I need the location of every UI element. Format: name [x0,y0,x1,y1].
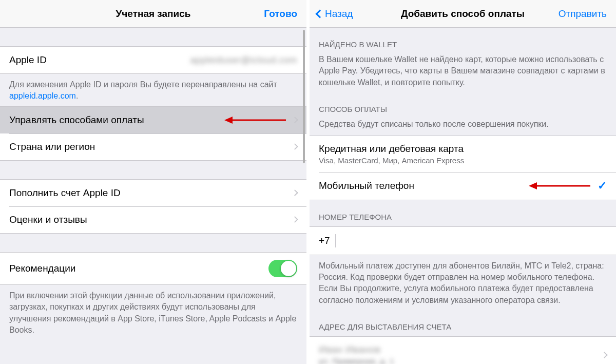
phone-note: Мобильный платеж доступен для абонентов … [310,255,616,311]
card-option-row[interactable]: Кредитная или дебетовая карта Visa, Mast… [310,136,616,172]
appleid-link[interactable]: appleid.apple.com [9,91,76,100]
apple-id-label: Apple ID [9,54,47,66]
checkmark-icon: ✓ [598,179,607,193]
recs-note: При включении этой функции данные об исп… [0,285,306,340]
apple-id-row[interactable]: Apple ID appleiduser@icloud.com [0,47,306,73]
navbar-left: Учетная запись Готово [0,0,306,28]
svg-marker-1 [224,117,233,124]
payment-method-group: Кредитная или дебетовая карта Visa, Mast… [310,136,616,200]
add-payment-pane: Назад Добавить способ оплаты Отправить Н… [308,0,616,364]
actions-group: Пополнить счет Apple ID Оценки и отзывы [0,179,306,234]
reviews-label: Оценки и отзывы [9,214,87,225]
recommendations-row: Рекомендации [0,253,306,284]
billing-name: Иван Иванов [319,344,381,355]
apple-id-note: Для изменения Apple ID и пароля Вы будет… [0,74,306,106]
wallet-header: НАЙДЕНО В WALLET [310,28,616,54]
apple-id-value: appleiduser@icloud.com [190,55,297,66]
country-label: Страна или регион [9,141,95,152]
manage-payments-label: Управлять способами оплаты [9,114,144,126]
billing-address-row[interactable]: Иван Иванов ул. Примерная, д. 1 [310,337,616,364]
left-content: Apple ID appleiduser@icloud.com Для изме… [0,28,306,364]
navbar-right: Назад Добавить способ оплаты Отправить [310,0,616,28]
phone-input-row[interactable]: +7 [310,226,616,255]
chevron-right-icon [601,352,608,358]
phone-prefix: +7 [319,235,330,246]
billing-header: АДРЕС ДЛЯ ВЫСТАВЛЕНИЯ СЧЕТА [310,310,616,336]
back-button[interactable]: Назад [317,0,353,28]
billing-group: Иван Иванов ул. Примерная, д. 1 [310,336,616,364]
mobile-title: Мобильный телефон [319,180,414,191]
divider [335,234,336,247]
mobile-option-row[interactable]: Мобильный телефон ✓ [310,172,616,200]
payment-group: Управлять способами оплаты Страна или ре… [0,106,306,161]
chevron-right-icon [292,189,298,196]
country-row[interactable]: Страна или регион [0,133,306,160]
scrollbar[interactable] [303,30,305,163]
phone-header: НОМЕР ТЕЛЕФОНА [310,200,616,226]
topup-label: Пополнить счет Apple ID [9,187,121,199]
billing-address: ул. Примерная, д. 1 [319,357,394,364]
chevron-right-icon [292,117,298,123]
recs-label: Рекомендации [9,263,75,274]
red-arrow-annotation [224,116,286,125]
topup-row[interactable]: Пополнить счет Apple ID [0,180,306,206]
chevron-right-icon [292,143,298,150]
apple-id-group: Apple ID appleiduser@icloud.com [0,46,306,74]
card-subtitle: Visa, MasterCard, Мир, American Express [319,156,464,165]
wallet-note: В Вашем кошельке Wallet не найдено карт,… [310,54,616,92]
nav-title: Учетная запись [116,8,190,20]
reviews-row[interactable]: Оценки и отзывы [0,206,306,233]
right-content: НАЙДЕНО В WALLET В Вашем кошельке Wallet… [310,28,616,364]
recs-toggle[interactable] [268,260,297,277]
nav-title: Добавить способ оплаты [401,8,525,20]
red-arrow-annotation [529,181,590,190]
method-header: СПОСОБ ОПЛАТЫ [310,92,616,119]
chevron-right-icon [292,216,298,223]
method-note: Средства будут списаны только после сове… [310,119,616,135]
card-title: Кредитная или дебетовая карта [319,143,464,155]
chevron-left-icon [316,10,324,18]
account-pane: Учетная запись Готово Apple ID appleidus… [0,0,308,364]
recs-group: Рекомендации [0,252,306,285]
done-button[interactable]: Готово [264,0,297,28]
svg-marker-3 [529,182,537,189]
send-button[interactable]: Отправить [559,0,607,28]
manage-payments-row[interactable]: Управлять способами оплаты [0,107,306,133]
